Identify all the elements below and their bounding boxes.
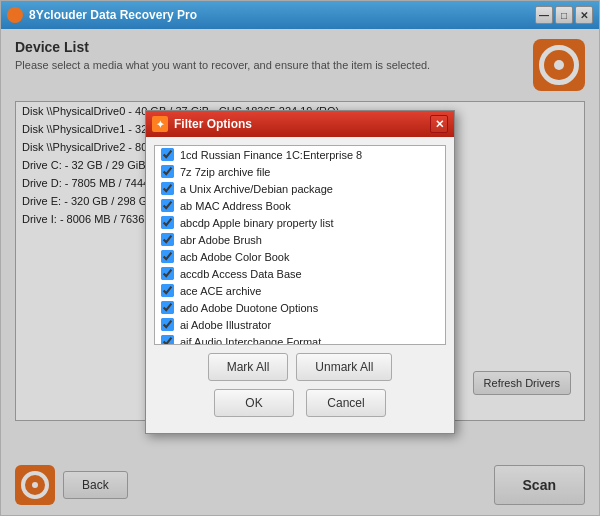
filter-item-label: ab MAC Address Book	[180, 200, 291, 212]
filter-item[interactable]: 1cd Russian Finance 1C:Enterprise 8	[155, 146, 445, 163]
filter-checkbox[interactable]	[161, 318, 174, 331]
modal-close-button[interactable]: ✕	[430, 115, 448, 133]
filter-checkbox[interactable]	[161, 233, 174, 246]
filter-checkbox[interactable]	[161, 148, 174, 161]
window-body: Device List Please select a media what y…	[1, 29, 599, 515]
cancel-button[interactable]: Cancel	[306, 389, 386, 417]
ok-button[interactable]: OK	[214, 389, 294, 417]
filter-options-modal: ✦ Filter Options ✕ 1cd Russian Finance 1…	[145, 110, 455, 434]
filter-item-label: ado Adobe Duotone Options	[180, 302, 318, 314]
filter-checkbox[interactable]	[161, 301, 174, 314]
filter-item[interactable]: a Unix Archive/Debian package	[155, 180, 445, 197]
filter-item[interactable]: acb Adobe Color Book	[155, 248, 445, 265]
maximize-button[interactable]: □	[555, 6, 573, 24]
filter-checkbox[interactable]	[161, 165, 174, 178]
filter-actions: Mark All Unmark All	[154, 353, 446, 381]
filter-listbox[interactable]: 1cd Russian Finance 1C:Enterprise 87z 7z…	[154, 145, 446, 345]
title-bar: 8Yclouder Data Recovery Pro — □ ✕	[1, 1, 599, 29]
modal-overlay: ✦ Filter Options ✕ 1cd Russian Finance 1…	[1, 29, 599, 515]
filter-item-label: aif Audio Interchange Format	[180, 336, 321, 346]
filter-checkbox[interactable]	[161, 216, 174, 229]
filter-item-label: accdb Access Data Base	[180, 268, 302, 280]
modal-title-bar: ✦ Filter Options ✕	[146, 111, 454, 137]
filter-item-label: acb Adobe Color Book	[180, 251, 289, 263]
filter-item[interactable]: abcdp Apple binary property list	[155, 214, 445, 231]
modal-body: 1cd Russian Finance 1C:Enterprise 87z 7z…	[146, 137, 454, 433]
filter-item-label: abcdp Apple binary property list	[180, 217, 333, 229]
modal-footer: OK Cancel	[154, 389, 446, 425]
unmark-all-button[interactable]: Unmark All	[296, 353, 392, 381]
app-icon	[7, 7, 23, 23]
filter-item[interactable]: abr Adobe Brush	[155, 231, 445, 248]
filter-item-label: ai Adobe Illustrator	[180, 319, 271, 331]
filter-item-label: ace ACE archive	[180, 285, 261, 297]
filter-item[interactable]: ado Adobe Duotone Options	[155, 299, 445, 316]
filter-item[interactable]: ai Adobe Illustrator	[155, 316, 445, 333]
filter-checkbox[interactable]	[161, 199, 174, 212]
filter-checkbox[interactable]	[161, 250, 174, 263]
filter-item[interactable]: ace ACE archive	[155, 282, 445, 299]
filter-item[interactable]: accdb Access Data Base	[155, 265, 445, 282]
filter-checkbox[interactable]	[161, 335, 174, 345]
filter-item-label: abr Adobe Brush	[180, 234, 262, 246]
filter-item-label: a Unix Archive/Debian package	[180, 183, 333, 195]
filter-item[interactable]: 7z 7zip archive file	[155, 163, 445, 180]
filter-item[interactable]: ab MAC Address Book	[155, 197, 445, 214]
filter-checkbox[interactable]	[161, 267, 174, 280]
close-button[interactable]: ✕	[575, 6, 593, 24]
modal-title: Filter Options	[174, 117, 430, 131]
filter-item-label: 7z 7zip archive file	[180, 166, 271, 178]
window-title: 8Yclouder Data Recovery Pro	[29, 8, 535, 22]
main-window: 8Yclouder Data Recovery Pro — □ ✕ Device…	[0, 0, 600, 516]
filter-checkbox[interactable]	[161, 182, 174, 195]
window-controls: — □ ✕	[535, 6, 593, 24]
modal-icon: ✦	[152, 116, 168, 132]
minimize-button[interactable]: —	[535, 6, 553, 24]
filter-item[interactable]: aif Audio Interchange Format	[155, 333, 445, 345]
filter-checkbox[interactable]	[161, 284, 174, 297]
mark-all-button[interactable]: Mark All	[208, 353, 289, 381]
filter-item-label: 1cd Russian Finance 1C:Enterprise 8	[180, 149, 362, 161]
